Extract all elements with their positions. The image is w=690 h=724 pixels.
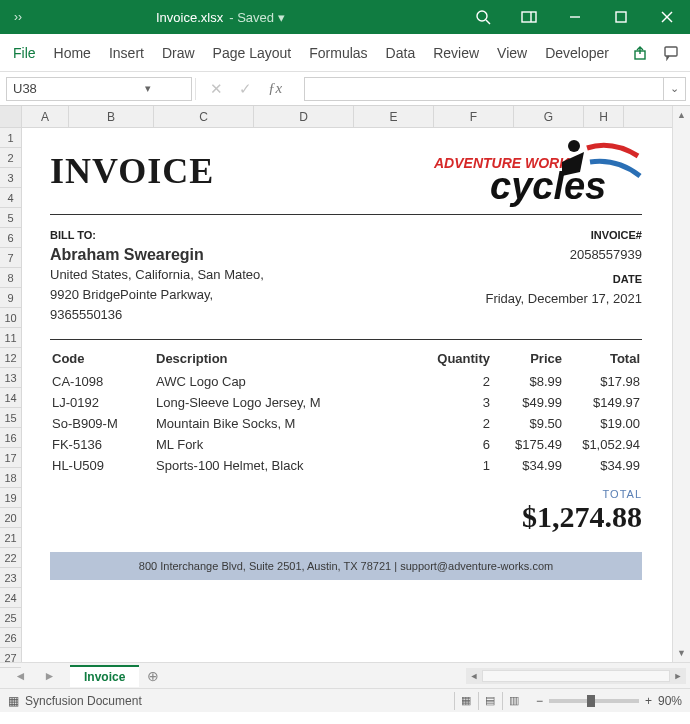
saved-state[interactable]: - Saved ▾ bbox=[229, 10, 284, 25]
row-header[interactable]: 12 bbox=[0, 348, 21, 368]
scroll-down-icon[interactable]: ▼ bbox=[673, 644, 690, 662]
row-header[interactable]: 9 bbox=[0, 288, 21, 308]
row-header[interactable]: 2 bbox=[0, 148, 21, 168]
quickaccess-chevron[interactable]: ›› bbox=[0, 10, 36, 24]
row-header[interactable]: 18 bbox=[0, 468, 21, 488]
view-pagelayout-icon[interactable]: ▤ bbox=[478, 692, 502, 710]
row-header[interactable]: 7 bbox=[0, 248, 21, 268]
row-header[interactable]: 13 bbox=[0, 368, 21, 388]
invoice-footer: 800 Interchange Blvd, Suite 2501, Austin… bbox=[50, 552, 642, 580]
row-header[interactable]: 27 bbox=[0, 648, 21, 668]
row-header[interactable]: 22 bbox=[0, 548, 21, 568]
name-box[interactable]: U38 ▾ bbox=[6, 77, 192, 101]
row-header[interactable]: 20 bbox=[0, 508, 21, 528]
fx-label[interactable]: ƒx bbox=[268, 80, 290, 97]
zoom-control[interactable]: − + 90% bbox=[536, 694, 682, 708]
bill-phone: 9365550136 bbox=[50, 305, 264, 325]
svg-point-0 bbox=[477, 11, 487, 21]
tab-formulas[interactable]: Formulas bbox=[300, 34, 376, 72]
column-header[interactable]: H bbox=[584, 106, 624, 127]
search-icon[interactable] bbox=[460, 0, 506, 34]
column-header[interactable]: D bbox=[254, 106, 354, 127]
row-header[interactable]: 1 bbox=[0, 128, 21, 148]
chevron-down-icon[interactable]: ▾ bbox=[99, 82, 191, 95]
column-header[interactable]: E bbox=[354, 106, 434, 127]
row-header[interactable]: 3 bbox=[0, 168, 21, 188]
row-header[interactable]: 24 bbox=[0, 588, 21, 608]
zoom-out-icon[interactable]: − bbox=[536, 694, 543, 708]
column-header[interactable]: C bbox=[154, 106, 254, 127]
tab-view[interactable]: View bbox=[488, 34, 536, 72]
bill-addr-2: 9920 BridgePointe Parkway, bbox=[50, 285, 264, 305]
sheet-nav-next[interactable]: ► bbox=[44, 669, 56, 683]
row-header[interactable]: 5 bbox=[0, 208, 21, 228]
record-macro-icon[interactable]: ▦ bbox=[8, 694, 19, 708]
col-total: Total bbox=[564, 346, 642, 371]
row-header[interactable]: 11 bbox=[0, 328, 21, 348]
row-header[interactable]: 6 bbox=[0, 228, 21, 248]
close-icon[interactable] bbox=[644, 0, 690, 34]
row-header[interactable]: 15 bbox=[0, 408, 21, 428]
scroll-right-icon[interactable]: ► bbox=[670, 671, 686, 681]
add-sheet-icon[interactable]: ⊕ bbox=[139, 668, 167, 684]
row-header[interactable]: 4 bbox=[0, 188, 21, 208]
row-header[interactable]: 23 bbox=[0, 568, 21, 588]
maximize-icon[interactable] bbox=[598, 0, 644, 34]
tab-file[interactable]: File bbox=[4, 34, 45, 72]
scroll-up-icon[interactable]: ▲ bbox=[673, 106, 690, 124]
svg-text:cycles: cycles bbox=[490, 165, 606, 207]
scroll-left-icon[interactable]: ◄ bbox=[466, 671, 482, 681]
zoom-slider[interactable] bbox=[549, 699, 639, 703]
row-header[interactable]: 8 bbox=[0, 268, 21, 288]
sheet-tab-invoice[interactable]: Invoice bbox=[70, 665, 139, 687]
column-header[interactable]: B bbox=[69, 106, 154, 127]
zoom-in-icon[interactable]: + bbox=[645, 694, 652, 708]
row-header[interactable]: 25 bbox=[0, 608, 21, 628]
ribbon-display-icon[interactable] bbox=[506, 0, 552, 34]
vertical-scrollbar[interactable]: ▲ ▼ bbox=[672, 106, 690, 662]
tab-data[interactable]: Data bbox=[377, 34, 425, 72]
horizontal-scrollbar[interactable]: ◄ ► bbox=[466, 668, 686, 684]
formula-input[interactable]: ⌄ bbox=[304, 77, 686, 101]
row-header[interactable]: 26 bbox=[0, 628, 21, 648]
column-header[interactable]: A bbox=[22, 106, 69, 127]
tab-insert[interactable]: Insert bbox=[100, 34, 153, 72]
bill-addr-1: United States, California, San Mateo, bbox=[50, 265, 264, 285]
view-pagebreak-icon[interactable]: ▥ bbox=[502, 692, 526, 710]
column-header[interactable]: F bbox=[434, 106, 514, 127]
expand-formula-icon[interactable]: ⌄ bbox=[663, 78, 685, 100]
tab-review[interactable]: Review bbox=[424, 34, 488, 72]
confirm-formula-icon[interactable]: ✓ bbox=[239, 80, 252, 98]
sheet-canvas[interactable]: INVOICE ADVENTURE WORKS cycles bbox=[22, 128, 672, 662]
tab-draw[interactable]: Draw bbox=[153, 34, 204, 72]
share-icon[interactable] bbox=[626, 38, 656, 68]
view-normal-icon[interactable]: ▦ bbox=[454, 692, 478, 710]
row-header[interactable]: 17 bbox=[0, 448, 21, 468]
tab-home[interactable]: Home bbox=[45, 34, 100, 72]
sheet-nav-prev[interactable]: ◄ bbox=[15, 669, 27, 683]
row-header[interactable]: 14 bbox=[0, 388, 21, 408]
zoom-level[interactable]: 90% bbox=[658, 694, 682, 708]
tab-developer[interactable]: Developer bbox=[536, 34, 618, 72]
comments-icon[interactable] bbox=[656, 38, 686, 68]
select-all[interactable] bbox=[0, 106, 21, 128]
table-row: FK-5136ML Fork6$175.49$1,052.94 bbox=[50, 434, 642, 455]
row-header[interactable]: 10 bbox=[0, 308, 21, 328]
invoice-date-label: DATE bbox=[485, 269, 642, 289]
row-header[interactable]: 16 bbox=[0, 428, 21, 448]
cancel-formula-icon[interactable]: ✕ bbox=[210, 80, 223, 98]
row-header[interactable]: 21 bbox=[0, 528, 21, 548]
minimize-icon[interactable] bbox=[552, 0, 598, 34]
status-bar: ▦ Syncfusion Document ▦ ▤ ▥ − + 90% bbox=[0, 688, 690, 712]
col-price: Price bbox=[492, 346, 564, 371]
col-code: Code bbox=[50, 346, 154, 371]
grand-total: $1,274.88 bbox=[50, 500, 642, 534]
column-headers: ABCDEFGH bbox=[22, 106, 672, 128]
tab-pagelayout[interactable]: Page Layout bbox=[204, 34, 301, 72]
svg-rect-9 bbox=[665, 47, 677, 56]
invoice-items-table: Code Description Quantity Price Total CA… bbox=[50, 346, 642, 476]
row-header[interactable]: 19 bbox=[0, 488, 21, 508]
column-header[interactable]: G bbox=[514, 106, 584, 127]
ribbon-tabs: File Home Insert Draw Page Layout Formul… bbox=[0, 34, 690, 72]
sheet-tabs-bar: ◄ ► Invoice ⊕ ◄ ► bbox=[0, 662, 690, 688]
